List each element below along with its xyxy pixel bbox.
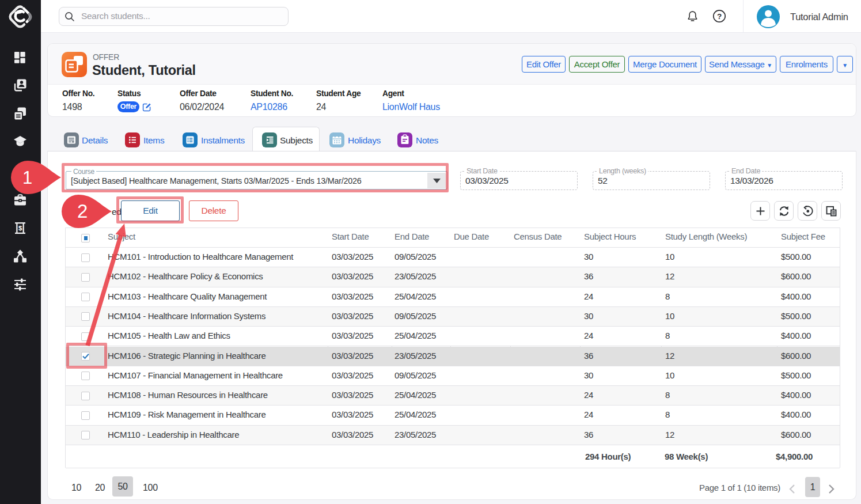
svg-text:$: $ <box>18 225 22 232</box>
svg-text:?: ? <box>717 12 722 21</box>
